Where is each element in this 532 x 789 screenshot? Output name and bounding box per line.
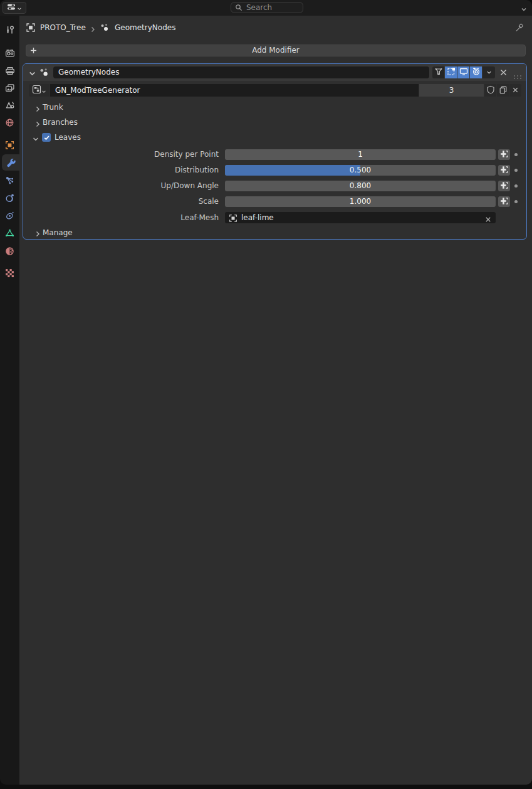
animate-decorator[interactable] <box>514 153 518 156</box>
prop-label: Scale <box>23 196 219 207</box>
section-leaves-label: Leaves <box>55 132 81 142</box>
fake-user-toggle[interactable] <box>484 84 496 97</box>
updown-angle-field[interactable]: 0.800 <box>225 181 496 191</box>
modifier-panel-header: GeometryNodes <box>23 64 526 81</box>
monitor-icon <box>459 66 468 78</box>
node-group-browse-button[interactable] <box>29 84 50 97</box>
input-attribute-toggle[interactable] <box>498 149 510 160</box>
modifier-extras-dropdown[interactable] <box>482 66 495 78</box>
chevron-right-icon <box>34 103 41 115</box>
leaf-mesh-object-picker[interactable]: leaf-lime <box>225 212 496 223</box>
animate-decorator[interactable] <box>514 169 518 172</box>
tab-scene[interactable] <box>0 97 19 113</box>
section-manage-label: Manage <box>43 228 73 238</box>
properties-tab-bar <box>0 16 19 785</box>
add-modifier-button[interactable]: Add Modifier <box>26 45 526 56</box>
leaves-enabled-checkbox[interactable] <box>42 133 51 142</box>
tab-output[interactable] <box>0 62 19 78</box>
tab-world[interactable] <box>0 114 19 130</box>
unlink-data-button[interactable] <box>509 84 521 97</box>
tab-particles[interactable] <box>0 172 19 188</box>
plus-icon <box>29 46 38 58</box>
section-manage[interactable]: Manage <box>23 225 526 239</box>
prop-value: 1 <box>225 149 496 160</box>
tab-physics[interactable] <box>0 189 19 206</box>
prop-label: Density per Point <box>23 149 219 160</box>
breadcrumb: PROTO_Tree GeometryNodes <box>19 21 532 34</box>
delete-modifier-button[interactable] <box>499 68 508 80</box>
input-attribute-toggle[interactable] <box>498 196 510 207</box>
section-branches-label: Branches <box>43 117 78 127</box>
camera-icon <box>472 66 481 78</box>
geometry-nodes-icon <box>100 23 110 35</box>
chevron-down-icon <box>41 85 46 97</box>
distribution-slider[interactable]: 0.500 <box>225 165 496 176</box>
expand-chevron-icon[interactable] <box>28 68 36 80</box>
properties-editor-icon <box>7 2 16 14</box>
properties-main-region: PROTO_Tree GeometryNodes Add Modifier <box>19 16 532 785</box>
scale-field[interactable]: 1.000 <box>225 196 496 207</box>
section-leaves[interactable]: Leaves <box>23 130 526 145</box>
breadcrumb-object-name[interactable]: PROTO_Tree <box>40 21 86 34</box>
prop-value: 0.500 <box>225 165 496 176</box>
tab-object[interactable] <box>0 137 19 153</box>
funnel-icon <box>434 66 443 78</box>
prop-label: Up/Down Angle <box>23 181 219 191</box>
input-attribute-toggle[interactable] <box>498 181 510 191</box>
shield-icon <box>486 85 495 97</box>
geometry-nodes-modifier-panel: GeometryNodes <box>23 63 527 240</box>
chevron-right-icon <box>34 119 41 130</box>
animate-decorator[interactable] <box>514 200 518 203</box>
search-input[interactable]: Search <box>231 2 303 13</box>
chevron-right-icon <box>34 228 41 240</box>
form-input-icon <box>500 149 508 161</box>
section-trunk[interactable]: Trunk <box>23 100 526 115</box>
modifier-name-field[interactable]: GeometryNodes <box>53 66 429 78</box>
form-input-icon <box>500 164 508 176</box>
node-group-name-field[interactable]: GN_ModTreeGenerator <box>50 84 419 97</box>
section-trunk-label: Trunk <box>43 102 63 112</box>
chevron-right-icon <box>89 24 96 36</box>
search-placeholder: Search <box>246 3 272 12</box>
pin-icon[interactable] <box>514 23 524 35</box>
edit-mode-display-toggle[interactable] <box>445 66 457 78</box>
node-tree-icon <box>32 85 41 97</box>
editor-type-dropdown[interactable] <box>3 2 26 14</box>
tab-constraints[interactable] <box>0 207 19 223</box>
geometry-nodes-icon <box>39 67 50 80</box>
properties-editor: Search PROTO_Tree <box>0 0 532 785</box>
prop-value: 1.000 <box>225 196 496 207</box>
add-modifier-label: Add Modifier <box>252 46 300 55</box>
duplicate-data-button[interactable] <box>497 84 509 97</box>
input-attribute-toggle[interactable] <box>498 165 510 176</box>
density-per-point-field[interactable]: 1 <box>225 149 496 160</box>
tab-view-layer[interactable] <box>0 80 19 96</box>
leaf-mesh-value: leaf-lime <box>241 212 274 223</box>
tab-render[interactable] <box>0 45 19 61</box>
clear-object-button[interactable] <box>484 214 492 226</box>
chevron-down-icon <box>32 134 39 146</box>
chevron-down-icon <box>17 2 22 14</box>
prop-value: 0.800 <box>225 181 496 191</box>
tab-modifiers[interactable] <box>2 154 19 171</box>
tab-material[interactable] <box>0 243 19 259</box>
tab-texture[interactable] <box>0 265 19 281</box>
on-cage-toggle[interactable] <box>432 66 444 78</box>
copy-icon <box>499 85 508 97</box>
tab-tool[interactable] <box>0 21 19 38</box>
prop-label: Leaf-Mesh <box>23 213 219 223</box>
drag-handle-icon[interactable] <box>513 70 524 82</box>
object-data-icon <box>229 213 237 225</box>
realtime-display-toggle[interactable] <box>457 66 469 78</box>
node-group-users-count[interactable]: 3 <box>419 84 484 97</box>
tab-data[interactable] <box>0 225 19 241</box>
render-display-toggle[interactable] <box>470 66 482 78</box>
breadcrumb-modifier-name[interactable]: GeometryNodes <box>115 21 175 34</box>
header-options-button[interactable] <box>520 4 528 16</box>
search-icon <box>235 2 243 14</box>
chevron-down-icon <box>486 66 493 78</box>
close-icon <box>511 85 519 97</box>
animate-decorator[interactable] <box>514 184 518 188</box>
form-input-icon <box>500 180 508 192</box>
section-branches[interactable]: Branches <box>23 115 526 130</box>
